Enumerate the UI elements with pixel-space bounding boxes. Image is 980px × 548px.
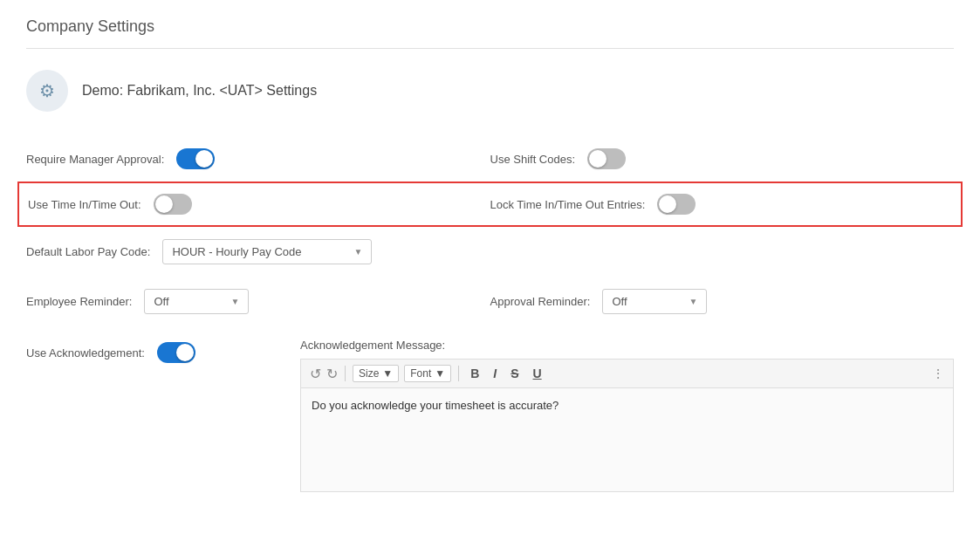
size-label: Size	[359, 367, 379, 380]
employee-reminder-label: Employee Reminder:	[26, 295, 132, 308]
use-shift-codes-label: Use Shift Codes:	[490, 153, 576, 166]
labor-paycode-value: HOUR - Hourly Pay Code	[172, 245, 301, 258]
employee-reminder-dropdown[interactable]: Off ▼	[144, 289, 249, 314]
size-arrow-icon: ▼	[382, 367, 393, 380]
underline-button[interactable]: U	[529, 365, 546, 382]
lock-timeinout-label: Lock Time In/Time Out Entries:	[490, 198, 646, 211]
toggle-thumb-ack	[176, 344, 194, 361]
left-col-manager: Require Manager Approval:	[26, 148, 490, 169]
row-time-in-out: Use Time In/Time Out: Lock Time In/Time …	[17, 182, 963, 227]
toggle-track-manager	[176, 148, 215, 169]
italic-button[interactable]: I	[489, 365, 501, 382]
ack-message-label: Acknowledgement Message:	[300, 339, 954, 352]
row-manager-approval: Require Manager Approval: Use Shift Code…	[26, 136, 954, 182]
row-acknowledgement: Use Acknowledgement: Acknowledgement Mes…	[26, 326, 954, 504]
approval-reminder-dropdown[interactable]: Off ▼	[602, 289, 707, 314]
company-settings-page: Company Settings ⚙ Demo: Fabrikam, Inc. …	[0, 0, 980, 548]
row-labor-paycode: Default Labor Pay Code: HOUR - Hourly Pa…	[26, 227, 954, 277]
font-label: Font	[410, 367, 431, 380]
use-timeinout-toggle[interactable]	[154, 194, 192, 215]
page-title: Company Settings	[26, 17, 954, 49]
font-arrow-icon: ▼	[435, 367, 445, 380]
acknowledgement-editor[interactable]: Do you acknowledge your timesheet is acc…	[300, 387, 954, 492]
undo-button[interactable]: ↺	[310, 366, 321, 382]
toggle-thumb-timeinout	[155, 195, 173, 213]
employee-reminder-arrow-icon: ▼	[230, 297, 239, 306]
use-timeinout-label: Use Time In/Time Out:	[28, 198, 141, 211]
use-acknowledgement-label: Use Acknowledgement:	[26, 346, 145, 360]
size-dropdown[interactable]: Size ▼	[353, 365, 399, 382]
labor-paycode-dropdown[interactable]: HOUR - Hourly Pay Code ▼	[162, 239, 372, 264]
left-col-timeinout: Use Time In/Time Out:	[28, 194, 490, 215]
toolbar-separator-2	[458, 366, 459, 381]
toggle-thumb-shift	[589, 150, 607, 168]
ack-right-section: Acknowledgement Message: ↺ ↻ Size ▼ Font…	[300, 339, 954, 492]
require-manager-label: Require Manager Approval:	[26, 153, 164, 166]
toggle-track-ack	[157, 342, 195, 363]
approval-reminder-arrow-icon: ▼	[689, 297, 697, 306]
settings-grid: Require Manager Approval: Use Shift Code…	[26, 136, 954, 504]
font-dropdown[interactable]: Font ▼	[404, 365, 451, 382]
approval-reminder-label: Approval Reminder:	[490, 295, 591, 308]
row-reminders: Employee Reminder: Off ▼ Approval Remind…	[26, 277, 954, 326]
company-name: Demo: Fabrikam, Inc. <UAT> Settings	[82, 83, 317, 99]
strikethrough-button[interactable]: S	[506, 365, 523, 382]
company-header: ⚙ Demo: Fabrikam, Inc. <UAT> Settings	[26, 70, 954, 112]
gear-icon: ⚙	[26, 70, 68, 112]
more-options-button[interactable]: ⋮	[932, 366, 944, 380]
use-acknowledgement-toggle[interactable]	[157, 342, 195, 363]
toggle-track-locktime	[657, 194, 696, 215]
lock-timeinout-toggle[interactable]	[657, 194, 696, 215]
toggle-track-shift	[587, 148, 626, 169]
editor-toolbar: ↺ ↻ Size ▼ Font ▼ B I S U	[300, 359, 954, 387]
toolbar-separator-1	[345, 366, 346, 381]
use-shift-codes-toggle[interactable]	[587, 148, 626, 169]
editor-message-text: Do you acknowledge your timesheet is acc…	[312, 399, 559, 412]
right-col-shift: Use Shift Codes:	[490, 148, 955, 169]
redo-button[interactable]: ↻	[326, 366, 338, 382]
labor-paycode-label: Default Labor Pay Code:	[26, 245, 150, 258]
bold-button[interactable]: B	[466, 365, 483, 382]
toggle-thumb-manager	[195, 150, 213, 168]
right-col-locktime: Lock Time In/Time Out Entries:	[490, 194, 953, 215]
require-manager-toggle[interactable]	[176, 148, 215, 169]
approval-reminder-value: Off	[612, 295, 627, 308]
toggle-track-timeinout	[154, 194, 192, 215]
employee-reminder-value: Off	[154, 295, 168, 308]
left-col-employee-reminder: Employee Reminder: Off ▼	[26, 289, 490, 314]
right-col-approval-reminder: Approval Reminder: Off ▼	[490, 289, 955, 314]
toggle-thumb-locktime	[659, 195, 676, 213]
ack-left-section: Use Acknowledgement:	[26, 339, 288, 363]
labor-paycode-arrow-icon: ▼	[353, 247, 362, 257]
